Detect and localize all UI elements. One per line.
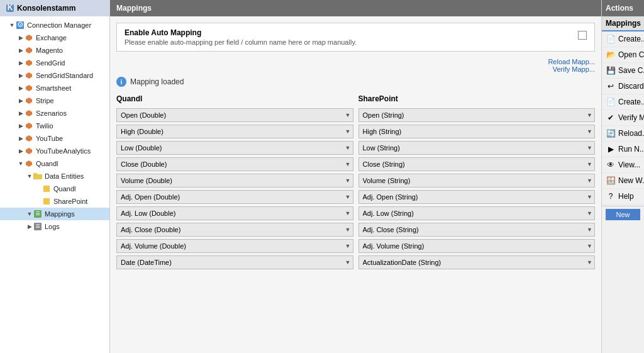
sidebar-item-quandl[interactable]: ▼ Quandl xyxy=(0,157,109,170)
reload-icon: 🔄 xyxy=(606,128,616,138)
main-panel: Mappings Enable Auto Mapping Please enab… xyxy=(110,0,601,353)
right-select-wrapper-3[interactable]: Close (String) ▼ xyxy=(358,157,596,171)
mappings-icon: ≡ xyxy=(33,209,43,219)
action-item-create2[interactable]: 📄Create... xyxy=(602,94,644,110)
logs-icon: ≡ xyxy=(33,221,43,232)
right-select-wrapper-0[interactable]: Open (String) ▼ xyxy=(358,108,596,122)
help-icon: ? xyxy=(606,191,616,201)
sidebar-item-data-entities[interactable]: ▼ Data Entities xyxy=(0,170,109,182)
left-select-wrapper-5[interactable]: Adj. Open (Double) ▼ xyxy=(116,190,353,204)
right-select-5[interactable]: Adj. Open (String) xyxy=(358,190,596,204)
right-select-wrapper-8[interactable]: Adj. Volume (String) ▼ xyxy=(358,239,596,253)
new-button[interactable]: New xyxy=(606,209,640,220)
left-select-8[interactable]: Adj. Volume (Double) xyxy=(116,239,353,253)
main-content: Enable Auto Mapping Please enable auto-m… xyxy=(110,16,601,353)
magento-label: Magento xyxy=(36,47,63,54)
left-select-wrapper-3[interactable]: Close (Double) ▼ xyxy=(116,157,353,171)
right-select-9[interactable]: ActualizationDate (String) xyxy=(358,255,596,269)
root-label: Konsolenstamm xyxy=(17,4,75,13)
sidebar-item-smartsheet[interactable]: ▶ Smartsheet xyxy=(0,82,109,94)
right-select-wrapper-5[interactable]: Adj. Open (String) ▼ xyxy=(358,190,596,204)
youtube-label: YouTube xyxy=(36,135,63,142)
left-select-wrapper-6[interactable]: Adj. Low (Double) ▼ xyxy=(116,206,353,220)
action-item-help[interactable]: ?Help xyxy=(602,189,644,205)
auto-mapping-desc: Please enable auto-mapping per field / c… xyxy=(125,38,357,46)
data-entities-label: Data Entities xyxy=(45,172,84,180)
left-select-5[interactable]: Adj. Open (Double) xyxy=(116,190,353,204)
sidebar-item-exchange[interactable]: ▶ Exchange xyxy=(0,31,109,44)
sendgrid-label: SendGrid xyxy=(36,59,65,67)
left-select-9[interactable]: Date (DateTime) xyxy=(116,255,353,269)
action-label-new-w: New W... xyxy=(618,176,644,185)
save-icon: 💾 xyxy=(606,65,616,76)
sidebar-item-magento[interactable]: ▶ Magento xyxy=(0,44,109,57)
action-item-run[interactable]: ▶Run N... xyxy=(602,142,644,157)
right-select-wrapper-4[interactable]: Volume (String) ▼ xyxy=(358,174,596,188)
left-select-0[interactable]: Open (Double) xyxy=(116,108,353,122)
right-select-3[interactable]: Close (String) xyxy=(358,157,596,171)
left-select-wrapper-1[interactable]: High (Double) ▼ xyxy=(116,125,353,138)
right-select-4[interactable]: Volume (String) xyxy=(358,174,596,188)
action-item-create[interactable]: 📄Create... xyxy=(602,31,644,47)
right-select-0[interactable]: Open (String) xyxy=(358,108,596,122)
right-select-1[interactable]: High (String) xyxy=(358,125,596,138)
sidebar-item-sendgridstandard[interactable]: ▶ SendGridStandard xyxy=(0,69,109,82)
magento-icon xyxy=(24,45,34,55)
sidebar-item-youtubeanalytics[interactable]: ▶ YouTubeAnalytics xyxy=(0,145,109,157)
left-select-7[interactable]: Adj. Close (Double) xyxy=(116,223,353,237)
sidebar-item-mappings[interactable]: ▼ ≡ Mappings xyxy=(0,208,109,220)
left-select-1[interactable]: High (Double) xyxy=(116,125,353,138)
sidebar-item-logs[interactable]: ▶ ≡ Logs xyxy=(0,220,109,233)
left-select-4[interactable]: Volume (Double) xyxy=(116,174,353,188)
sharepoint-entity-label: SharePoint xyxy=(53,198,87,205)
action-item-reload[interactable]: 🔄Reload... xyxy=(602,126,644,142)
action-item-new-w[interactable]: 🪟New W... xyxy=(602,173,644,189)
left-select-wrapper-8[interactable]: Adj. Volume (Double) ▼ xyxy=(116,239,353,253)
svg-marker-13 xyxy=(26,148,32,154)
action-item-verify[interactable]: ✔Verify M... xyxy=(602,110,644,126)
right-select-wrapper-6[interactable]: Adj. Low (String) ▼ xyxy=(358,206,596,220)
sidebar-item-stripe[interactable]: ▶ Stripe xyxy=(0,94,109,107)
sidebar-item-twilio[interactable]: ▶ Twilio xyxy=(0,120,109,132)
right-select-wrapper-2[interactable]: Low (String) ▼ xyxy=(358,141,596,155)
reload-link[interactable]: Reload Mapp... xyxy=(116,58,595,65)
smartsheet-label: Smartsheet xyxy=(36,84,71,92)
left-select-wrapper-4[interactable]: Volume (Double) ▼ xyxy=(116,174,353,188)
auto-mapping-checkbox[interactable] xyxy=(578,31,587,40)
left-select-6[interactable]: Adj. Low (Double) xyxy=(116,206,353,220)
right-select-wrapper-7[interactable]: Adj. Close (String) ▼ xyxy=(358,223,596,237)
right-select-wrapper-9[interactable]: ActualizationDate (String) ▼ xyxy=(358,255,596,269)
table-row: Adj. Low (Double) ▼ Adj. Low (String) ▼ xyxy=(116,206,595,220)
sidebar-item-connection-manager[interactable]: ▼ ⚙ Connection Manager xyxy=(0,19,109,31)
left-select-wrapper-9[interactable]: Date (DateTime) ▼ xyxy=(116,255,353,269)
sidebar-item-sendgrid[interactable]: ▶ SendGrid xyxy=(0,57,109,69)
action-item-discard[interactable]: ↩Discard... xyxy=(602,79,644,94)
action-item-view[interactable]: 👁View... xyxy=(602,157,644,173)
sidebar-item-szenarios[interactable]: ▶ Szenarios xyxy=(0,107,109,120)
right-select-7[interactable]: Adj. Close (String) xyxy=(358,223,596,237)
right-select-wrapper-1[interactable]: High (String) ▼ xyxy=(358,125,596,138)
actions-title: Actions xyxy=(606,4,633,13)
sidebar-item-quandl-entity[interactable]: Quandl xyxy=(0,182,109,195)
sidebar-item-sharepoint-entity[interactable]: SharePoint xyxy=(0,195,109,208)
action-item-open[interactable]: 📂Open C... xyxy=(602,47,644,63)
sidebar-item-youtube[interactable]: ▶ YouTube xyxy=(0,132,109,145)
action-item-save[interactable]: 💾Save C... xyxy=(602,63,644,79)
mapping-rows: Open (Double) ▼ Open (String) ▼ High (Do… xyxy=(116,108,595,269)
expand-icon-logs: ▶ xyxy=(26,223,33,230)
left-select-2[interactable]: Low (Double) xyxy=(116,141,353,155)
left-select-wrapper-0[interactable]: Open (Double) ▼ xyxy=(116,108,353,122)
expand-icon-stripe: ▶ xyxy=(18,98,24,104)
sidebar: K Konsolenstamm ▼ ⚙ Connection Manager ▶… xyxy=(0,0,110,353)
right-select-2[interactable]: Low (String) xyxy=(358,141,596,155)
table-row: Date (DateTime) ▼ ActualizationDate (Str… xyxy=(116,255,595,269)
right-select-8[interactable]: Adj. Volume (String) xyxy=(358,239,596,253)
stripe-label: Stripe xyxy=(36,97,54,104)
right-select-6[interactable]: Adj. Low (String) xyxy=(358,206,596,220)
left-select-wrapper-2[interactable]: Low (Double) ▼ xyxy=(116,141,353,155)
left-select-3[interactable]: Close (Double) xyxy=(116,157,353,171)
svg-marker-8 xyxy=(26,85,32,91)
actions-tab-mappings[interactable]: Mappings xyxy=(602,16,644,31)
left-select-wrapper-7[interactable]: Adj. Close (Double) ▼ xyxy=(116,223,353,237)
verify-link[interactable]: Verify Mapp... xyxy=(116,65,595,73)
